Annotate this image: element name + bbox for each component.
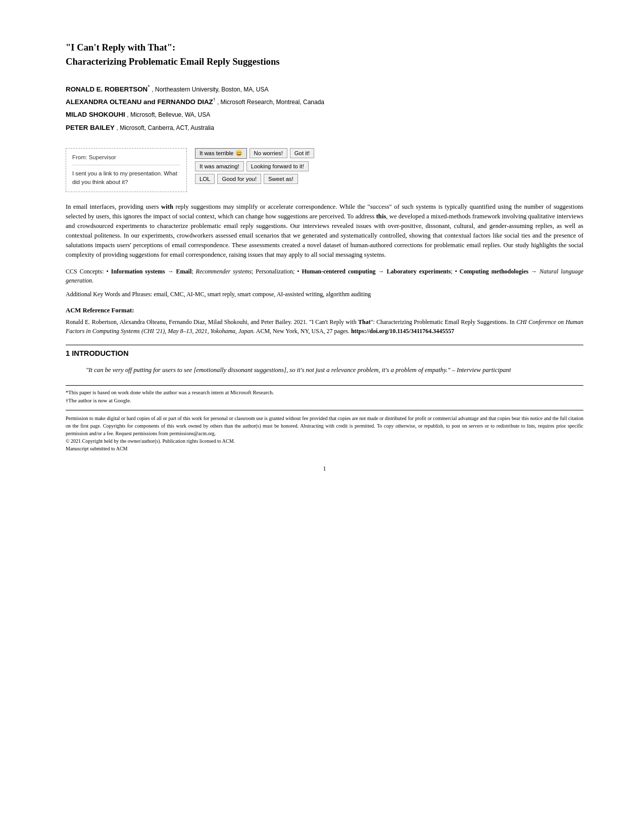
author-affil-3: , Microsoft, Bellevue, WA, USA	[127, 111, 210, 118]
author-name-4: PETER BAILEY	[66, 124, 115, 131]
permission-text: Permission to make digital or hard copie…	[66, 414, 583, 437]
title-line2: Characterizing Problematic Email Reply S…	[66, 56, 280, 67]
author-affil-1: , Northeastern University, Boston, MA, U…	[152, 86, 268, 93]
copyright-line2: Manuscript submitted to ACM	[66, 445, 583, 452]
author-name-3: MILAD SHOKOUHI	[66, 111, 125, 118]
author-line-4: PETER BAILEY , Microsoft, Canberra, ACT,…	[66, 121, 583, 134]
reply-row-1: It was terrible 😄 No worries! Got it!	[195, 148, 314, 159]
intro-quote: "It can be very off putting for users to…	[86, 365, 563, 375]
author-line-2: ALEXANDRA OLTEANU and FERNANDO DIAZ† , M…	[66, 96, 583, 108]
email-body: I sent you a link to my presentation. Wh…	[72, 169, 180, 187]
acm-ref-text: Ronald E. Robertson, Alexandra Olteanu, …	[66, 317, 583, 336]
paper-title: "I Can't Reply with That": Characterizin…	[66, 40, 583, 69]
author-affil-2: , Microsoft Research, Montreal, Canada	[217, 99, 324, 106]
reply-btn-lol[interactable]: LOL	[195, 174, 215, 184]
author-name-1: RONALD E. ROBERTSON	[66, 85, 147, 93]
reply-btn-lookingforward[interactable]: Looking forward to it!	[246, 161, 309, 171]
author-name-2: ALEXANDRA OLTEANU and FERNANDO DIAZ	[66, 98, 213, 106]
reply-btn-noworries[interactable]: No worries!	[250, 148, 287, 158]
authors-block: RONALD E. ROBERTSON* , Northeastern Univ…	[66, 83, 583, 134]
reply-row-3: LOL Good for you! Sweet as!	[195, 174, 314, 184]
email-panel: From: Supervisor I sent you a link to my…	[66, 148, 187, 192]
footnote-section: *This paper is based on work done while …	[66, 385, 583, 405]
copyright-line1: © 2021 Copyright held by the owner/autho…	[66, 437, 583, 445]
reply-row-2: It was amazing! Looking forward to it!	[195, 161, 314, 171]
author-line-3: MILAD SHOKOUHI , Microsoft, Bellevue, WA…	[66, 108, 583, 121]
figure-container: From: Supervisor I sent you a link to my…	[66, 148, 583, 192]
section1-heading: 1 INTRODUCTION	[66, 345, 583, 359]
reply-btn-goodforyou[interactable]: Good for you!	[217, 174, 261, 184]
reply-btn-terrible[interactable]: It was terrible 😄	[195, 148, 247, 159]
keywords-line: Additional Key Words and Phrases: email,…	[66, 290, 583, 299]
title-line1: "I Can't Reply with That":	[66, 42, 175, 53]
acm-reference-section: ACM Reference Format: Ronald E. Robertso…	[66, 306, 583, 336]
reply-panel: It was terrible 😄 No worries! Got it! It…	[195, 148, 314, 184]
permission-section: Permission to make digital or hard copie…	[66, 410, 583, 452]
ccs-concepts: CCS Concepts: • Information systems → Em…	[66, 267, 583, 285]
author-line-1: RONALD E. ROBERTSON* , Northeastern Univ…	[66, 83, 583, 96]
author-affil-4: , Microsoft, Canberra, ACT, Australia	[117, 124, 214, 131]
abstract-text: In email interfaces, providing users wit…	[66, 202, 583, 260]
page-number: 1	[66, 465, 583, 473]
reply-btn-gotit[interactable]: Got it!	[290, 148, 314, 158]
footnote-2: †The author is now at Google.	[66, 397, 583, 405]
acm-ref-title: ACM Reference Format:	[66, 306, 583, 315]
footnote-1: *This paper is based on work done while …	[66, 389, 583, 397]
email-from: From: Supervisor	[72, 154, 180, 165]
reply-btn-sweetas[interactable]: Sweet as!	[264, 174, 298, 184]
reply-btn-amazing[interactable]: It was amazing!	[195, 161, 244, 171]
